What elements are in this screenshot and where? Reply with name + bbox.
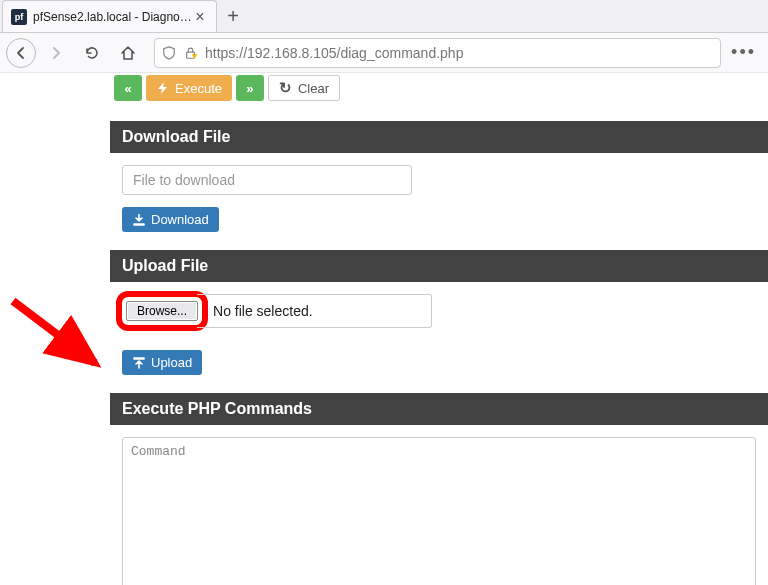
php-command-textarea[interactable]: [122, 437, 756, 585]
url-bar[interactable]: https://192.168.8.105/diag_command.php: [154, 38, 721, 68]
file-selected-label: No file selected.: [199, 303, 313, 319]
new-tab-button[interactable]: +: [217, 0, 249, 32]
home-icon: [120, 45, 136, 61]
download-section-header: Download File: [110, 121, 768, 153]
execute-label: Execute: [175, 81, 222, 96]
upload-button[interactable]: Upload: [122, 350, 202, 375]
chevron-right-icon: »: [246, 81, 253, 96]
file-input-display[interactable]: No file selected.: [197, 294, 432, 328]
browser-tab[interactable]: pf pfSense2.lab.local - Diagnostics ×: [2, 0, 217, 32]
upload-section-header: Upload File: [110, 250, 768, 282]
upload-section-body: Browse... No file selected. Upload: [110, 282, 768, 393]
reload-button[interactable]: [76, 37, 108, 69]
lock-warning-icon: [183, 45, 199, 61]
upload-icon: [132, 356, 146, 370]
home-button[interactable]: [112, 37, 144, 69]
page-viewport: « Execute » ↻ Clear Download File: [0, 73, 768, 585]
forward-icon: [48, 45, 64, 61]
tab-title: pfSense2.lab.local - Diagnostics: [33, 10, 192, 24]
back-icon: [13, 45, 29, 61]
clear-label: Clear: [298, 81, 329, 96]
clear-icon: ↻: [279, 81, 293, 95]
back-button[interactable]: [6, 38, 36, 68]
tab-favicon: pf: [11, 9, 27, 25]
execute-button[interactable]: Execute: [146, 75, 232, 101]
history-prev-button[interactable]: «: [114, 75, 142, 101]
forward-button: [40, 37, 72, 69]
annotation-highlight: Browse...: [122, 297, 202, 325]
download-path-input[interactable]: [122, 165, 412, 195]
browser-tab-bar: pf pfSense2.lab.local - Diagnostics × +: [0, 0, 768, 33]
annotation-arrow: [0, 291, 115, 381]
bolt-icon: [156, 81, 170, 95]
php-section-header: Execute PHP Commands: [110, 393, 768, 425]
browser-nav-bar: https://192.168.8.105/diag_command.php •…: [0, 33, 768, 73]
history-next-button[interactable]: »: [236, 75, 264, 101]
upload-label: Upload: [151, 355, 192, 370]
menu-button[interactable]: •••: [731, 42, 762, 63]
php-section-body: [110, 425, 768, 585]
shield-icon: [161, 45, 177, 61]
command-toolbar: « Execute » ↻ Clear: [110, 75, 768, 101]
svg-line-1: [13, 301, 95, 363]
chevron-left-icon: «: [124, 81, 131, 96]
clear-button[interactable]: ↻ Clear: [268, 75, 340, 101]
download-button[interactable]: Download: [122, 207, 219, 232]
download-icon: [132, 213, 146, 227]
browse-button[interactable]: Browse...: [126, 301, 198, 321]
reload-icon: [84, 45, 100, 61]
tab-close-icon[interactable]: ×: [192, 9, 208, 25]
url-text: https://192.168.8.105/diag_command.php: [205, 45, 463, 61]
download-section-body: Download: [110, 153, 768, 250]
download-label: Download: [151, 212, 209, 227]
